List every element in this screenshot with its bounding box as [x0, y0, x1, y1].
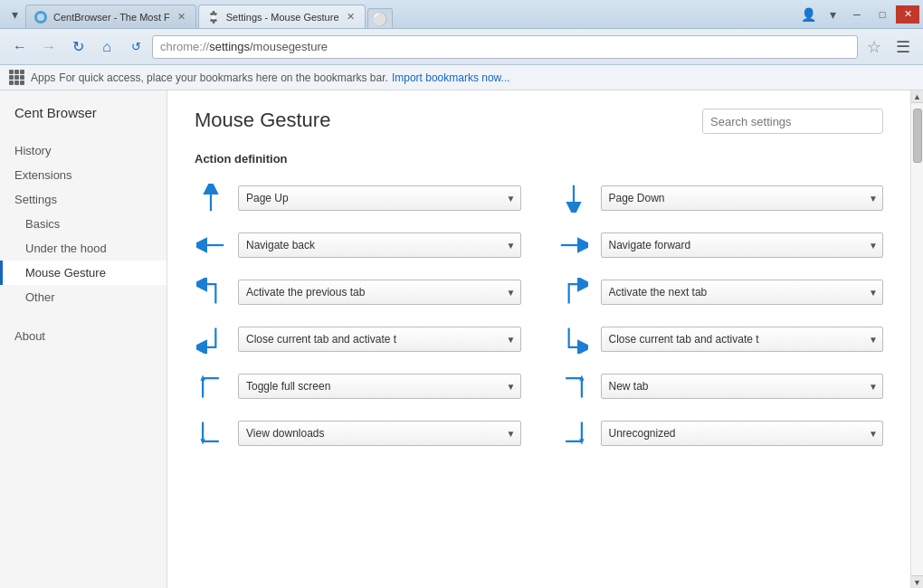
forward-button[interactable]: →: [36, 34, 62, 60]
select-wrapper-toggle-fullscreen: Toggle full screenPage UpPage Down ▼: [238, 374, 521, 399]
gesture-select-new-tab[interactable]: New tabToggle full screenPage Up: [601, 374, 884, 399]
sidebar-item-basics[interactable]: Basics: [0, 212, 167, 236]
gesture-select-down-left[interactable]: Close current tab and activate tActivate…: [238, 327, 521, 352]
gesture-icon-left: [195, 229, 227, 261]
gesture-icon-down-left: [195, 323, 227, 356]
sidebar-item-under-the-hood[interactable]: Under the hood: [0, 236, 167, 261]
gesture-select-toggle-fullscreen[interactable]: Toggle full screenPage UpPage Down: [238, 374, 521, 399]
gesture-grid: Page UpPage DownNavigate backNavigate fo…: [195, 182, 883, 450]
gesture-row-up: Page UpPage DownNavigate backNavigate fo…: [195, 182, 521, 214]
gesture-select-right[interactable]: Navigate forwardNavigate backPage UpPage…: [601, 232, 884, 258]
home-button[interactable]: ⌂: [94, 34, 119, 60]
gesture-icon-down-right: [557, 323, 590, 356]
apps-icon[interactable]: [7, 69, 25, 87]
url-path: /mousegesture: [250, 40, 328, 53]
titlebar-dropdown-button[interactable]: ▾: [822, 4, 843, 25]
tab-centbrowser-close[interactable]: ✕: [176, 11, 188, 24]
sidebar-item-extensions[interactable]: Extensions: [0, 163, 167, 187]
apps-dot: [9, 75, 14, 80]
gesture-row-toggle-fullscreen: Toggle full screenPage UpPage Down ▼: [195, 370, 521, 403]
maximize-button[interactable]: □: [871, 5, 894, 24]
select-wrapper-down: Page DownPage UpNavigate backNavigate fo…: [601, 185, 884, 211]
apps-dot: [14, 75, 19, 80]
gesture-icon-up-then-left: [195, 370, 227, 403]
gesture-row-down-right: Close current tab and activate tActivate…: [557, 323, 884, 356]
apps-label: Apps: [31, 71, 55, 84]
sidebar-item-settings[interactable]: Settings: [0, 187, 167, 212]
gesture-select-up[interactable]: Page UpPage DownNavigate backNavigate fo…: [238, 185, 521, 211]
tab-settings-title: Settings - Mouse Gesture: [226, 12, 339, 23]
address-bar[interactable]: chrome://settings/mousegesture: [152, 35, 858, 59]
history-button[interactable]: ↺: [123, 34, 148, 60]
search-settings-input[interactable]: [702, 109, 883, 134]
gesture-icon-up-then-right: [557, 370, 590, 403]
apps-dot: [14, 70, 19, 74]
gesture-select-unrecognized[interactable]: UnrecognizedView downloadsToggle full sc…: [601, 421, 884, 446]
select-wrapper-right: Navigate forwardNavigate backPage UpPage…: [601, 232, 884, 258]
gesture-icon-up-right: [557, 276, 590, 308]
select-wrapper-unrecognized: UnrecognizedView downloadsToggle full sc…: [601, 421, 884, 446]
tab-centbrowser-title: CentBrowser - The Most F: [53, 12, 170, 23]
gesture-select-view-downloads[interactable]: View downloadsToggle full screenNew tabU…: [238, 421, 521, 446]
gesture-icon-down-then-left: [195, 417, 227, 450]
user-profile-button[interactable]: 👤: [796, 5, 820, 24]
scroll-track[interactable]: [911, 103, 923, 575]
svg-point-2: [211, 14, 215, 19]
select-wrapper-new-tab: New tabToggle full screenPage Up ▼: [601, 374, 884, 399]
sidebar-brand: Cent Browser: [0, 105, 167, 138]
gesture-select-down[interactable]: Page DownPage UpNavigate backNavigate fo…: [601, 185, 884, 211]
sidebar-item-history[interactable]: History: [0, 138, 167, 163]
apps-dot: [20, 70, 24, 74]
bookmark-star-button[interactable]: ☆: [861, 34, 887, 60]
apps-dot: [14, 81, 19, 85]
content-header: Mouse Gesture: [195, 109, 883, 134]
back-button[interactable]: ←: [7, 34, 33, 60]
scrollbar[interactable]: ▲ ▼: [910, 90, 923, 588]
gesture-row-new-tab: New tabToggle full screenPage Up ▼: [557, 370, 884, 403]
gesture-select-up-right[interactable]: Activate the next tabActivate the previo…: [601, 280, 884, 305]
reload-button[interactable]: ↻: [65, 34, 90, 60]
import-bookmarks-link[interactable]: Import bookmarks now...: [392, 71, 510, 84]
gesture-icon-down: [557, 182, 590, 214]
tab-settings-close[interactable]: ✕: [345, 11, 357, 24]
close-button[interactable]: ✕: [896, 5, 919, 24]
window-controls: 👤 ▾ ─ □ ✕: [796, 4, 919, 25]
gesture-row-left: Navigate backNavigate forwardPage UpPage…: [195, 229, 521, 261]
bookmarks-hint-text: For quick access, place your bookmarks h…: [59, 71, 388, 84]
tab-centbrowser[interactable]: CentBrowser - The Most F ✕: [25, 5, 196, 28]
titlebar: ▾ CentBrowser - The Most F ✕ Settings - …: [0, 0, 923, 29]
main-menu-button[interactable]: ☰: [890, 34, 916, 60]
new-tab-button[interactable]: ⚪: [367, 8, 393, 28]
gesture-icon-down-then-right: [557, 417, 590, 450]
sidebar-item-other[interactable]: Other: [0, 285, 167, 309]
sidebar-item-mouse-gesture[interactable]: Mouse Gesture: [0, 261, 167, 285]
page-title: Mouse Gesture: [195, 109, 330, 132]
select-wrapper-up-left: Activate the previous tabActivate the ne…: [238, 280, 521, 305]
gesture-select-left[interactable]: Navigate backNavigate forwardPage UpPage…: [238, 232, 521, 258]
sidebar-item-about[interactable]: About: [0, 324, 167, 348]
gesture-row-view-downloads: View downloadsToggle full screenNew tabU…: [195, 417, 521, 450]
url-host: settings: [209, 40, 250, 53]
url-scheme: chrome://: [160, 40, 209, 53]
gesture-row-down: Page DownPage UpNavigate backNavigate fo…: [557, 182, 884, 214]
bookmarks-bar: Apps For quick access, place your bookma…: [0, 65, 923, 90]
titlebar-menu-button[interactable]: ▾: [4, 4, 25, 25]
scroll-up-button[interactable]: ▲: [911, 90, 924, 103]
navbar: ← → ↻ ⌂ ↺ chrome://settings/mousegesture…: [0, 29, 923, 65]
minimize-button[interactable]: ─: [845, 5, 869, 24]
centbrowser-tab-icon: [33, 10, 48, 24]
tab-settings[interactable]: Settings - Mouse Gesture ✕: [198, 5, 366, 28]
gesture-select-down-right[interactable]: Close current tab and activate tActivate…: [601, 327, 884, 352]
select-wrapper-up: Page UpPage DownNavigate backNavigate fo…: [238, 185, 521, 211]
select-wrapper-left: Navigate backNavigate forwardPage UpPage…: [238, 232, 521, 258]
apps-dot: [9, 81, 14, 85]
select-wrapper-down-left: Close current tab and activate tActivate…: [238, 327, 521, 352]
content-area: Mouse Gesture Action definition Page UpP…: [167, 90, 910, 588]
scroll-down-button[interactable]: ▼: [911, 575, 924, 588]
gesture-select-up-left[interactable]: Activate the previous tabActivate the ne…: [238, 280, 521, 305]
apps-dot: [20, 81, 24, 85]
settings-tab-icon: [206, 10, 221, 24]
gesture-row-down-left: Close current tab and activate tActivate…: [195, 323, 521, 356]
apps-dot: [20, 75, 24, 80]
scroll-thumb[interactable]: [913, 109, 922, 163]
